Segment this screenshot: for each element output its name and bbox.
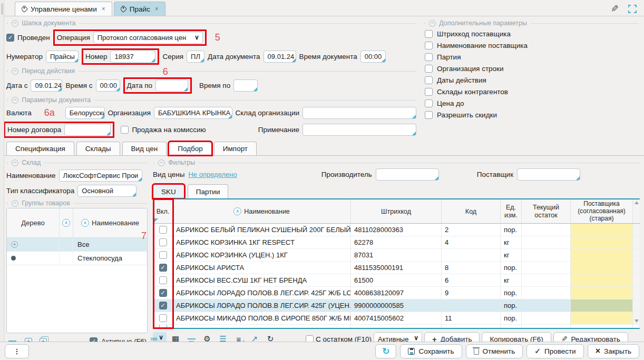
table-row[interactable]: АБРИКОС БЕЛЫЙ ПЕЛИКАН СУШЕНЫЙ 200Г БЕЛЫЙ… xyxy=(153,224,639,236)
org-warehouse-input[interactable] xyxy=(303,107,416,119)
close-tab-icon[interactable]: × xyxy=(102,5,105,13)
column-header-include[interactable]: Вкл. xyxy=(153,199,173,223)
extra-param-checkbox[interactable] xyxy=(425,111,433,119)
post-button[interactable]: ✓Провести xyxy=(526,344,583,358)
table-row[interactable]: АБРИКОСЫ ЛОРАДО ПОЛОВ.В ЛЕГ.СИР. 425Г (У… xyxy=(153,299,639,312)
doc-time-input[interactable]: 00:00 xyxy=(360,51,386,63)
doc-tab-подбор[interactable]: Подбор xyxy=(169,142,212,155)
currency-input[interactable]: Белорусский xyxy=(65,107,105,119)
close-tab-icon[interactable]: × xyxy=(155,5,159,13)
note-input[interactable] xyxy=(303,124,416,136)
table-row[interactable]: АБРИКОСЫ МИКАДО ПОЛОВ.В СИРОПЕ 850Г Ж/Б … xyxy=(153,312,639,325)
extra-param-checkbox[interactable] xyxy=(425,76,433,84)
column-header-code[interactable]: Код xyxy=(442,199,501,223)
left-splitter[interactable] xyxy=(0,0,4,360)
collapse-icon[interactable] xyxy=(158,159,165,166)
scrollbar[interactable] xyxy=(633,199,640,223)
extra-param-checkbox[interactable] xyxy=(425,99,433,107)
collapse-icon[interactable] xyxy=(12,68,18,75)
fullscreen-icon[interactable] xyxy=(628,5,637,13)
extra-param-checkbox[interactable] xyxy=(425,88,433,96)
doc-date-input[interactable]: 09.01.24 xyxy=(264,51,296,63)
number-input[interactable]: 18937 xyxy=(110,51,155,63)
row-checkbox[interactable] xyxy=(159,289,167,297)
scroll-up-icon[interactable] xyxy=(635,201,639,204)
scrollbar[interactable] xyxy=(633,224,640,236)
price-type-link[interactable]: Не определено xyxy=(188,171,237,178)
doc-tab-склады[interactable]: Склады xyxy=(76,142,120,155)
group-row[interactable]: Все xyxy=(7,238,147,252)
expand-plus-icon[interactable] xyxy=(11,241,18,248)
doc-tab-спецификация[interactable]: Спецификация xyxy=(6,142,74,155)
row-checkbox[interactable] xyxy=(159,325,167,328)
group-row[interactable]: Стеклопосуда xyxy=(7,252,147,265)
row-checkbox[interactable] xyxy=(159,226,167,234)
scrollbar[interactable] xyxy=(633,287,640,299)
table-row[interactable]: АБРИКОСЫ ВЕС.СУШ 1КГ НЕТ БРЕНДА615006кг xyxy=(153,274,639,287)
sku-tab-партии[interactable]: Партии xyxy=(188,184,229,198)
time-from-input[interactable]: 00:00 xyxy=(96,79,120,92)
scrollbar[interactable] xyxy=(633,299,640,312)
scrollbar[interactable] xyxy=(633,312,640,325)
date-to-input[interactable] xyxy=(155,79,188,92)
numerator-input[interactable]: Прайсы xyxy=(46,51,79,63)
collapse-icon[interactable] xyxy=(12,200,18,207)
proveden-checkbox[interactable] xyxy=(6,34,14,42)
tab-price[interactable]: Прайс × xyxy=(114,2,165,16)
contract-number-input[interactable] xyxy=(64,124,111,136)
commission-checkbox[interactable] xyxy=(121,126,129,134)
row-checkbox[interactable] xyxy=(159,276,167,284)
classifier-type-input[interactable]: Основной xyxy=(77,185,136,197)
cancel-button[interactable]: Отменить xyxy=(466,344,523,358)
scrollbar[interactable] xyxy=(633,274,640,287)
row-checkbox[interactable] xyxy=(159,238,167,246)
doc-tab-импорт[interactable]: Импорт xyxy=(214,142,257,155)
supplier-input[interactable] xyxy=(517,168,580,181)
manufacturer-input[interactable] xyxy=(376,168,439,181)
refresh-button[interactable]: ↻ xyxy=(375,344,396,358)
collapse-icon[interactable] xyxy=(12,20,18,27)
table-row[interactable]: АБРИКОСЫ ЛОРАДО ПОЛОВ.В ЛЕГ.СИР. 425Г Ж/… xyxy=(153,287,639,299)
scroll-down-icon[interactable] xyxy=(635,319,639,323)
table-row[interactable]: АБРИКОСЫ АРИСТА48115350001918пор. xyxy=(153,262,639,274)
doc-tab-вид цен[interactable]: Вид цен xyxy=(122,142,167,155)
scrollbar[interactable] xyxy=(633,249,640,262)
column-header-unit[interactable]: Ед. изм. xyxy=(501,199,522,223)
column-header-tree[interactable]: Дерево xyxy=(7,208,60,237)
column-header-supplier[interactable]: Поставщика (согласованная) (старая) xyxy=(571,199,633,223)
collapse-icon[interactable] xyxy=(12,97,18,104)
table-row[interactable]: АБРИКОС КОРЗИНКА 1КГ RESPECT622784кг xyxy=(153,236,639,249)
leaf-dot-icon[interactable] xyxy=(11,256,16,261)
warehouse-name-input[interactable]: ЛюксСофтСервис Прои xyxy=(59,169,142,182)
sku-tab-sku[interactable]: SKU xyxy=(153,184,184,198)
column-sort[interactable] xyxy=(60,208,73,237)
extra-param-checkbox[interactable] xyxy=(425,65,433,73)
annotation-box-5: Операция Протокол согласования цен xyxy=(53,29,207,46)
close-button[interactable]: ×Закрыть xyxy=(588,344,639,358)
column-header-name[interactable]: Наименование xyxy=(173,199,351,223)
scrollbar[interactable] xyxy=(633,236,640,249)
scrollbar[interactable] xyxy=(633,262,640,274)
table-row[interactable]: АБРИКОС КОРЗИНКА (УЦЕН.) 1КГ87031кг xyxy=(153,249,639,262)
column-header-name[interactable]: Наименование xyxy=(73,208,147,237)
extra-param-checkbox[interactable] xyxy=(425,42,433,49)
date-from-input[interactable]: 09.01.24 xyxy=(31,79,62,92)
tab-price-management[interactable]: Управление ценами × xyxy=(15,2,112,16)
collapse-icon[interactable] xyxy=(12,159,18,166)
column-header-stock[interactable]: Текущий остаток xyxy=(522,199,571,223)
column-header-barcode[interactable]: Штрихкод xyxy=(351,199,442,223)
organization-input[interactable]: БАБУШКИНА КРЫНКА ( xyxy=(154,107,232,119)
extra-param-checkbox[interactable] xyxy=(425,53,433,61)
row-checkbox[interactable] xyxy=(159,251,167,259)
time-to-input[interactable] xyxy=(233,79,258,92)
row-checkbox[interactable] xyxy=(159,314,167,322)
extra-param-checkbox[interactable] xyxy=(425,30,433,38)
save-button[interactable]: Сохранить xyxy=(400,344,462,358)
row-checkbox[interactable] xyxy=(159,264,167,272)
operation-select[interactable]: Протокол согласования цен xyxy=(93,32,203,44)
row-checkbox[interactable] xyxy=(159,302,167,309)
collapse-icon[interactable] xyxy=(429,20,436,27)
menu-kebab-button[interactable]: ⋮ xyxy=(5,344,29,358)
edit-pencil-icon[interactable]: ✎ xyxy=(611,3,619,15)
series-input[interactable]: ПЛ xyxy=(187,51,204,63)
